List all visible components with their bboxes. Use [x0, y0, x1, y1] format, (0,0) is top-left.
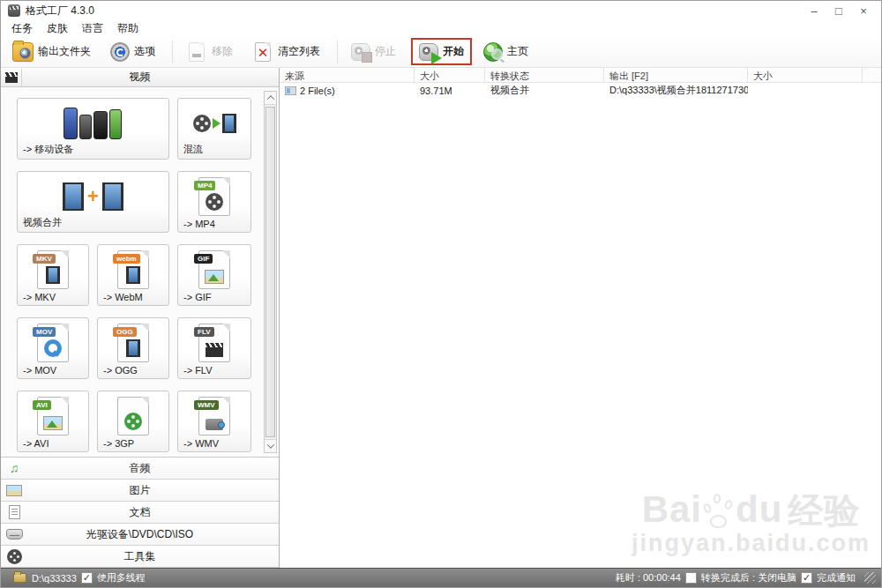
card-label: -> 3GP: [103, 438, 134, 449]
app-icon: [8, 4, 20, 17]
category-sections: ♫音频图片文档光驱设备\DVD\CD\ISO工具集: [1, 457, 279, 568]
file-list-icon: [285, 86, 296, 95]
options-label: 选项: [134, 44, 155, 59]
menu-bar: 任务皮肤语言帮助: [1, 20, 881, 36]
watermark: Bai du 经验 jingyan.baidu.com: [632, 491, 871, 557]
column-header-4[interactable]: 大小: [748, 68, 863, 82]
status-bar: D:\q33333 使用多线程 耗时 : 00:00:44 转换完成后 : 关闭…: [1, 568, 881, 587]
scroll-down-icon[interactable]: [265, 439, 276, 452]
scroll-up-icon[interactable]: [265, 92, 276, 105]
notify-label: 完成通知: [817, 571, 856, 584]
card-to-wmv[interactable]: WMV-> WMV: [177, 391, 251, 452]
section-toolset[interactable]: 工具集: [1, 546, 279, 568]
section-label: 图片: [1, 483, 279, 498]
multithread-checkbox[interactable]: [81, 572, 93, 584]
column-header-0[interactable]: 来源: [280, 68, 415, 82]
card-label: -> MP4: [183, 219, 215, 229]
statusbar-right: 耗时 : 00:00:44 转换完成后 : 关闭电脑 完成通知: [616, 571, 876, 584]
card-label: -> GIF: [183, 292, 211, 302]
toolbar: 输出文件夹选项移除清空列表停止开始主页: [1, 36, 881, 68]
close-button[interactable]: ×: [851, 2, 876, 19]
menu-item-tasks[interactable]: 任务: [11, 21, 33, 36]
gear-icon: [110, 42, 130, 62]
shutdown-label: 转换完成后 : 关闭电脑: [701, 571, 796, 584]
remove-label: 移除: [212, 44, 233, 59]
window-controls: – □ ×: [802, 2, 876, 19]
scrollbar-thumb[interactable]: [265, 107, 275, 437]
output-folder-button[interactable]: 输出文件夹: [8, 40, 95, 64]
output-path[interactable]: D:\q33333: [32, 573, 77, 584]
card-label: -> MOV: [23, 365, 56, 376]
card-to-3gp[interactable]: -> 3GP: [97, 391, 169, 452]
column-header-2[interactable]: 转换状态: [485, 68, 604, 82]
home-label: 主页: [507, 44, 528, 59]
column-header-1[interactable]: 大小: [415, 68, 485, 82]
mux-icon: [193, 114, 236, 133]
task-table-header: 来源大小转换状态输出 [F2]大小: [280, 68, 881, 83]
stop-button: 停止: [347, 40, 400, 63]
video-category-label: 视频: [1, 70, 279, 85]
globe-icon: [483, 42, 503, 62]
card-to-mp4[interactable]: MP4-> MP4: [177, 171, 251, 233]
section-label: 工具集: [1, 549, 279, 564]
section-picture[interactable]: 图片: [1, 480, 279, 502]
menu-item-help[interactable]: 帮助: [117, 21, 138, 36]
clear-list-label: 清空列表: [278, 44, 320, 59]
card-label: -> OGG: [103, 365, 138, 376]
clear-list-button[interactable]: 清空列表: [248, 40, 325, 64]
toolbar-separator: [172, 41, 173, 63]
task-table-body: 2 File(s)93.71M视频合并D:\q33333\视频合并1811271…: [280, 83, 881, 98]
content-area: 来源大小转换状态输出 [F2]大小 2 File(s)93.71M视频合并D:\…: [280, 68, 881, 568]
page-cross-icon: [255, 42, 271, 62]
video-cards-area: -> 移动设备混流+视频合并MP4-> MP4MKV-> MKVwebm-> W…: [1, 87, 279, 457]
section-label: 文档: [1, 505, 279, 520]
home-button[interactable]: 主页: [479, 40, 533, 64]
card-mux[interactable]: 混流: [177, 98, 251, 160]
section-rom-device[interactable]: 光驱设备\DVD\CD\ISO: [1, 524, 279, 546]
minimize-button[interactable]: –: [802, 2, 826, 19]
multithread-label: 使用多线程: [97, 571, 146, 584]
column-header-5[interactable]: [863, 68, 881, 82]
to-mkv-icon: MKV: [37, 250, 69, 289]
maximize-button[interactable]: □: [826, 2, 851, 19]
table-row[interactable]: 2 File(s)93.71M视频合并D:\q33333\视频合并1811271…: [280, 83, 881, 98]
card-to-ogg[interactable]: OGG-> OGG: [97, 317, 169, 379]
toolbar-separator: [337, 41, 338, 63]
folder-icon: [12, 42, 34, 62]
page-minus-icon: [189, 42, 205, 62]
card-to-mkv[interactable]: MKV-> MKV: [17, 244, 89, 306]
to-gif-icon: GIF: [198, 250, 230, 289]
card-to-gif[interactable]: GIF-> GIF: [177, 244, 251, 306]
section-audio[interactable]: ♫音频: [1, 458, 279, 480]
card-label: -> WMV: [183, 438, 219, 449]
card-to-flv[interactable]: FLV-> FLV: [177, 317, 251, 379]
menu-item-language[interactable]: 语言: [82, 21, 103, 36]
card-video-join[interactable]: +视频合并: [17, 171, 169, 233]
card-label: 视频合并: [23, 216, 62, 229]
sidebar-scrollbar[interactable]: [264, 91, 277, 453]
card-label: -> FLV: [183, 365, 213, 376]
section-document[interactable]: 文档: [1, 502, 279, 524]
notify-checkbox[interactable]: [801, 572, 812, 584]
column-header-3[interactable]: 输出 [F2]: [604, 68, 748, 82]
card-to-avi[interactable]: AVI-> AVI: [17, 391, 89, 452]
options-button[interactable]: 选项: [106, 40, 160, 64]
to-wmv-icon: WMV: [198, 397, 230, 435]
stop-label: 停止: [375, 44, 396, 59]
output-folder-icon[interactable]: [13, 573, 26, 583]
stop-icon: [351, 43, 370, 61]
watermark-url: jingyan.baidu.com: [632, 530, 871, 557]
shutdown-checkbox[interactable]: [685, 572, 697, 584]
card-to-mov[interactable]: MOV-> MOV: [17, 317, 89, 379]
to-ogg-icon: OGG: [117, 324, 149, 362]
category-header-video[interactable]: 视频: [1, 68, 279, 87]
elapsed-time: 耗时 : 00:00:44: [616, 571, 681, 584]
start-button[interactable]: 开始: [411, 38, 472, 65]
format-factory-window: 格式工厂 4.3.0 – □ × 任务皮肤语言帮助 输出文件夹选项移除清空列表停…: [0, 0, 882, 588]
resize-grip[interactable]: [864, 572, 876, 584]
card-to-webm[interactable]: webm-> WebM: [97, 244, 169, 306]
card-mobile-devices[interactable]: -> 移动设备: [17, 98, 169, 160]
menu-item-skin[interactable]: 皮肤: [47, 21, 68, 36]
video-join-icon: +: [63, 182, 123, 211]
to-mov-icon: MOV: [37, 324, 69, 362]
